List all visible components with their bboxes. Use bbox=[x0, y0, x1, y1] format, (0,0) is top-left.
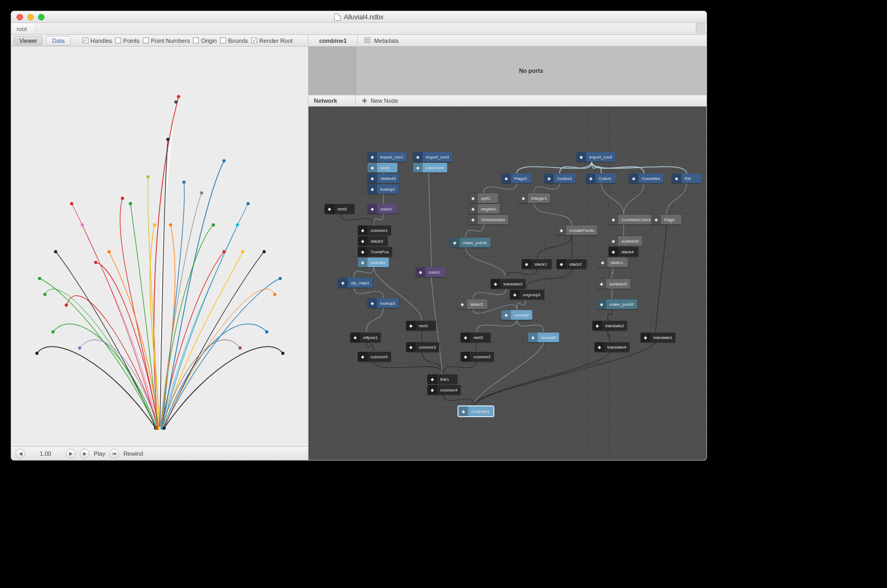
node-stack2[interactable]: ◆stack2 bbox=[557, 259, 587, 269]
node-icon: ◆ bbox=[595, 342, 604, 352]
node-slider1[interactable]: ◆slider1 bbox=[598, 258, 628, 267]
node-combine1[interactable]: ◆combine1 bbox=[458, 406, 493, 416]
node-icon: ◆ bbox=[608, 247, 618, 257]
node-label: IDs bbox=[681, 176, 694, 181]
node-rect1[interactable]: ◆rect1 bbox=[406, 321, 436, 330]
node-label: colorize2 bbox=[470, 355, 494, 359]
svg-point-25 bbox=[81, 223, 84, 227]
toolbar-toggle-button[interactable] bbox=[696, 23, 705, 34]
node-stack1[interactable]: ◆stack1 bbox=[522, 259, 552, 269]
node-negate1[interactable]: ◆negate1 bbox=[468, 204, 500, 214]
node-color1[interactable]: ◆color1 bbox=[416, 267, 446, 277]
metadata-tab[interactable]: Metadata bbox=[358, 37, 405, 44]
node-colorize1[interactable]: ◆colorize1 bbox=[358, 225, 391, 235]
node-zip_map1[interactable]: ◆zip_map1 bbox=[338, 278, 373, 288]
node-colorize2[interactable]: ◆colorize2 bbox=[461, 352, 494, 361]
node-rect3[interactable]: ◆rect3 bbox=[461, 333, 491, 342]
plus-icon: ✚ bbox=[361, 97, 367, 104]
node-lookup3[interactable]: ◆lookup3 bbox=[367, 298, 399, 308]
node-slider2[interactable]: ◆slider2 bbox=[457, 299, 487, 309]
svg-point-7 bbox=[279, 277, 282, 280]
node-IDs[interactable]: ◆IDs bbox=[672, 174, 702, 183]
node-import_csv3[interactable]: ◆import_csv3 bbox=[413, 152, 452, 162]
node-import_csv2[interactable]: ◆import_csv2 bbox=[576, 152, 615, 162]
node-distinct2[interactable]: ◆distinct2 bbox=[367, 174, 399, 183]
node-translate1[interactable]: ◆translate1 bbox=[641, 333, 675, 342]
node-Codes2[interactable]: ◆Codes2 bbox=[544, 174, 575, 183]
node-icon: ◆ bbox=[367, 204, 377, 214]
new-node-button[interactable]: ✚ New Node bbox=[356, 97, 398, 104]
node-icon: ◆ bbox=[427, 385, 437, 395]
node-CombineColors[interactable]: ◆CombineColors bbox=[608, 215, 654, 224]
window-title: Alluvial4.ndbx bbox=[11, 13, 706, 21]
node-sqrt1[interactable]: ◆sqrt1 bbox=[468, 193, 498, 203]
node-label: rect3 bbox=[470, 335, 486, 340]
rewind-button[interactable]: ⏮ bbox=[109, 449, 119, 458]
node-label: distinct2 bbox=[377, 176, 399, 181]
node-icon: ◆ bbox=[522, 259, 531, 269]
node-Flags2[interactable]: ◆Flags2 bbox=[501, 174, 531, 183]
node-stack4[interactable]: ◆stack4 bbox=[608, 247, 638, 257]
node-concat3[interactable]: ◆concat3 bbox=[528, 333, 559, 342]
node-icon: ◆ bbox=[528, 333, 538, 342]
viewer-canvas[interactable] bbox=[11, 47, 308, 446]
node-color2[interactable]: ◆color2 bbox=[367, 204, 397, 214]
node-icon: ◆ bbox=[491, 279, 500, 289]
network-canvas[interactable]: ◆import_csv1◆sort1◆distinct2◆lookup1◆imp… bbox=[309, 107, 706, 460]
option-render-root[interactable]: ✓Render Root bbox=[251, 37, 292, 44]
option-bounds[interactable]: Bounds bbox=[220, 37, 248, 44]
node-label: ellipse1 bbox=[360, 335, 381, 340]
node-label: translate1 bbox=[650, 335, 675, 340]
node-colorize4[interactable]: ◆colorize4 bbox=[427, 385, 461, 395]
node-label: import_csv2 bbox=[586, 155, 615, 160]
node-icon: ◆ bbox=[461, 352, 470, 361]
node-TrunkPos[interactable]: ◆TrunkPos bbox=[358, 247, 392, 257]
play-button[interactable]: ▶ bbox=[80, 449, 89, 458]
node-CreatePoints[interactable]: ◆CreatePoints bbox=[557, 225, 597, 235]
node-subtract1[interactable]: ◆subtract1 bbox=[597, 279, 630, 289]
node-colorize3[interactable]: ◆colorize3 bbox=[406, 342, 439, 352]
tab-data[interactable]: Data bbox=[46, 36, 70, 46]
breadcrumb-root[interactable]: root bbox=[11, 23, 34, 34]
svg-point-1 bbox=[177, 95, 180, 99]
frame-field[interactable]: 1.00 bbox=[29, 450, 62, 457]
node-concat1[interactable]: ◆concat1 bbox=[358, 258, 389, 267]
option-origin[interactable]: Origin bbox=[193, 37, 216, 44]
node-Flags[interactable]: ◆Flags bbox=[651, 215, 681, 224]
node-label: link1 bbox=[437, 377, 452, 382]
tab-viewer[interactable]: Viewer bbox=[13, 36, 43, 46]
node-label: CreatePoints bbox=[566, 228, 597, 233]
node-LineColor[interactable]: ◆LineColor bbox=[413, 163, 447, 172]
node-link1[interactable]: ◆link1 bbox=[427, 374, 457, 384]
frame-back-button[interactable]: ◀ bbox=[16, 449, 25, 458]
node-VDistribution[interactable]: ◆VDistribution bbox=[468, 215, 508, 224]
node-make_point2[interactable]: ◆make_point2 bbox=[597, 299, 637, 309]
node-label: concat1 bbox=[367, 260, 389, 265]
option-handles[interactable]: ✓Handles bbox=[82, 37, 112, 44]
node-Colors[interactable]: ◆Colors bbox=[586, 174, 616, 183]
node-rect2[interactable]: ◆rect2 bbox=[325, 204, 355, 214]
node-translate4[interactable]: ◆translate4 bbox=[595, 342, 629, 352]
node-ellipse1[interactable]: ◆ellipse1 bbox=[350, 333, 381, 342]
node-translate3[interactable]: ◆translate3 bbox=[491, 279, 525, 289]
node-concat2[interactable]: ◆concat2 bbox=[501, 310, 532, 320]
node-stack3[interactable]: ◆stack3 bbox=[358, 236, 388, 246]
node-label: Colors bbox=[596, 176, 614, 181]
node-translate2[interactable]: ◆translate2 bbox=[592, 321, 627, 330]
node-import_csv1[interactable]: ◆import_csv1 bbox=[367, 152, 407, 162]
node-ungroup1[interactable]: ◆ungroup1 bbox=[510, 290, 544, 299]
frame-forward-button[interactable]: ▶ bbox=[66, 449, 76, 458]
node-colorize5[interactable]: ◆colorize5 bbox=[358, 352, 391, 361]
titlebar: Alluvial4.ndbx bbox=[11, 11, 706, 23]
node-Countries[interactable]: ◆Countries bbox=[629, 174, 663, 183]
node-icon: ◆ bbox=[450, 238, 460, 247]
node-label: colorize3 bbox=[416, 345, 439, 350]
option-points[interactable]: Points bbox=[115, 37, 140, 44]
node-subtract2[interactable]: ◆subtract2 bbox=[608, 236, 642, 246]
option-point-numbers[interactable]: Point Numbers bbox=[143, 37, 190, 44]
node-make_point1[interactable]: ◆make_point1 bbox=[450, 238, 491, 247]
node-sort1[interactable]: ◆sort1 bbox=[367, 163, 397, 172]
svg-point-4 bbox=[121, 197, 124, 200]
node-integer1[interactable]: ◆integer1 bbox=[518, 193, 550, 203]
node-lookup1[interactable]: ◆lookup1 bbox=[367, 184, 399, 194]
